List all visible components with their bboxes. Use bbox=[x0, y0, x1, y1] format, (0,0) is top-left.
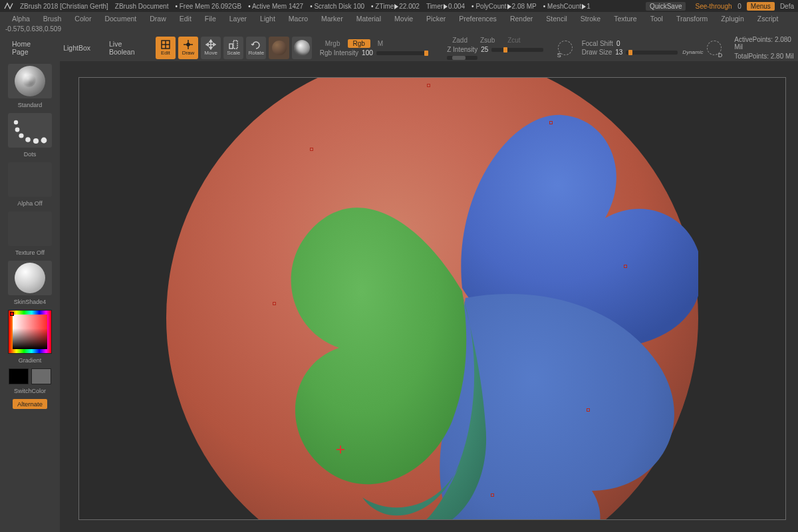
focal-shift-value: 0 bbox=[616, 40, 620, 47]
home-page-button[interactable]: Home Page bbox=[4, 36, 53, 60]
transform-handle[interactable] bbox=[549, 121, 553, 124]
status-scratch: • Scratch Disk 100 bbox=[310, 3, 364, 10]
svg-rect-9 bbox=[233, 41, 237, 49]
move-mode-button[interactable]: Move bbox=[201, 37, 221, 59]
scale-icon bbox=[228, 40, 239, 49]
stroke-label: Dots bbox=[3, 150, 57, 160]
menu-render[interactable]: Render bbox=[503, 13, 539, 24]
canvas-area[interactable] bbox=[60, 61, 798, 532]
mesh-sphere[interactable] bbox=[166, 77, 698, 520]
status-activemem: • Active Mem 1427 bbox=[248, 3, 303, 10]
mrgb-preview-button[interactable] bbox=[292, 37, 312, 59]
menus-button[interactable]: Menus bbox=[747, 2, 775, 11]
z-intensity-label: Z Intensity bbox=[447, 46, 477, 53]
rgb-toggle[interactable]: Rgb bbox=[348, 39, 370, 48]
menu-macro[interactable]: Macro bbox=[282, 13, 315, 24]
brush-cursor-icon bbox=[336, 446, 344, 454]
transform-handle[interactable] bbox=[624, 265, 627, 268]
draw-size-value: 13 bbox=[615, 49, 622, 56]
rgb-intensity-value: 100 bbox=[362, 49, 373, 57]
draw-size-label: Draw Size bbox=[582, 49, 612, 56]
stroke-selector[interactable] bbox=[8, 113, 52, 148]
status-ztime: • ZTime22.002 bbox=[371, 3, 420, 10]
alpha-selector[interactable] bbox=[8, 162, 52, 197]
menu-preferences[interactable]: Preferences bbox=[452, 13, 503, 24]
rotate-icon bbox=[251, 40, 261, 49]
menu-light[interactable]: Light bbox=[253, 13, 282, 24]
sv-box-icon bbox=[13, 315, 47, 349]
switchcolor-button[interactable]: SwitchColor bbox=[3, 386, 57, 397]
total-points-readout: TotalPoints: 2.80 Mil bbox=[734, 53, 794, 60]
top-toolbar: Home Page LightBox Live Boolean Edit Dra… bbox=[0, 35, 798, 61]
menu-texture[interactable]: Texture bbox=[607, 13, 643, 24]
transform-handle[interactable] bbox=[310, 148, 313, 151]
brush-selector[interactable] bbox=[8, 64, 52, 98]
rotate-mode-button[interactable]: Rotate bbox=[246, 37, 266, 59]
swirl-icon bbox=[294, 40, 310, 56]
svg-point-14 bbox=[33, 138, 39, 144]
menu-stencil[interactable]: Stencil bbox=[539, 13, 574, 24]
menu-draw[interactable]: Draw bbox=[143, 13, 173, 24]
zsub-toggle[interactable]: Zsub bbox=[475, 36, 500, 45]
material-preview-icon bbox=[15, 263, 45, 293]
svg-point-10 bbox=[14, 120, 18, 124]
transform-handle[interactable] bbox=[491, 493, 494, 497]
active-points-readout: ActivePoints: 2.080 Mil bbox=[734, 36, 794, 51]
status-polycount: • PolyCount2.08 MP bbox=[471, 3, 537, 10]
z-intensity-scrollbar[interactable] bbox=[447, 56, 477, 60]
default-layout-button[interactable]: Defa bbox=[780, 3, 794, 10]
menu-stroke[interactable]: Stroke bbox=[574, 13, 607, 24]
title-bar: ZBrush 2018 [Christian Gerth] ZBrush Doc… bbox=[0, 0, 798, 12]
transform-handle[interactable] bbox=[427, 84, 430, 87]
menu-tool[interactable]: Tool bbox=[644, 13, 670, 24]
quicksave-button[interactable]: QuickSave bbox=[646, 2, 686, 11]
material-preview-button[interactable] bbox=[269, 37, 289, 59]
alternate-button[interactable]: Alternate bbox=[13, 399, 47, 409]
menu-material[interactable]: Material bbox=[350, 13, 388, 24]
alt-swatch[interactable] bbox=[31, 368, 51, 384]
z-intensity-slider[interactable] bbox=[491, 48, 543, 52]
menu-layer[interactable]: Layer bbox=[223, 13, 253, 24]
seethrough-slider[interactable]: See-through 0 bbox=[691, 3, 741, 10]
menu-marker[interactable]: Marker bbox=[315, 13, 350, 24]
svg-point-11 bbox=[15, 128, 20, 132]
document-frame bbox=[78, 77, 786, 520]
menu-color[interactable]: Color bbox=[68, 13, 98, 24]
mrgb-toggle[interactable]: Mrgb bbox=[320, 39, 346, 48]
menu-movie[interactable]: Movie bbox=[388, 13, 420, 24]
zcut-toggle[interactable]: Zcut bbox=[502, 36, 525, 45]
lightbox-button[interactable]: LightBox bbox=[55, 40, 98, 56]
color-picker[interactable] bbox=[8, 310, 52, 354]
alpha-label: Alpha Off bbox=[3, 199, 57, 209]
dynamic-toggle[interactable]: Dynamic bbox=[682, 49, 703, 55]
transform-handle[interactable] bbox=[587, 408, 590, 412]
live-boolean-button[interactable]: Live Boolean bbox=[101, 36, 153, 60]
menu-picker[interactable]: Picker bbox=[420, 13, 452, 24]
m-toggle[interactable]: M bbox=[372, 39, 388, 48]
menu-edit[interactable]: Edit bbox=[173, 13, 198, 24]
material-selector[interactable] bbox=[8, 261, 52, 295]
coordinate-readout: -0.575,0.638,0.509 bbox=[0, 25, 798, 35]
menu-brush[interactable]: Brush bbox=[37, 13, 68, 24]
edit-mode-button[interactable]: Edit bbox=[156, 37, 176, 59]
texture-selector[interactable] bbox=[8, 211, 52, 246]
scale-mode-button[interactable]: Scale bbox=[223, 37, 243, 59]
gradient-label[interactable]: Gradient bbox=[3, 356, 57, 366]
transform-handle[interactable] bbox=[273, 302, 276, 305]
draw-size-slider[interactable] bbox=[626, 51, 678, 55]
svg-rect-8 bbox=[229, 44, 233, 49]
menu-alpha[interactable]: Alpha bbox=[5, 13, 37, 24]
main-swatch[interactable] bbox=[9, 368, 29, 384]
menu-file[interactable]: File bbox=[198, 13, 223, 24]
status-meshcount: • MeshCount1 bbox=[543, 3, 591, 10]
zadd-toggle[interactable]: Zadd bbox=[447, 36, 473, 45]
menu-document[interactable]: Document bbox=[98, 13, 143, 24]
menu-transform[interactable]: Transform bbox=[670, 13, 714, 24]
rgb-intensity-slider[interactable] bbox=[376, 51, 428, 55]
focal-shift-icon: S bbox=[557, 39, 574, 57]
menu-zscript[interactable]: Zscript bbox=[751, 13, 785, 24]
polypaint-overlay-icon bbox=[166, 77, 698, 520]
draw-mode-button[interactable]: Draw bbox=[178, 37, 198, 59]
menu-zplugin[interactable]: Zplugin bbox=[714, 13, 750, 24]
doc-title: ZBrush Document bbox=[115, 3, 169, 10]
